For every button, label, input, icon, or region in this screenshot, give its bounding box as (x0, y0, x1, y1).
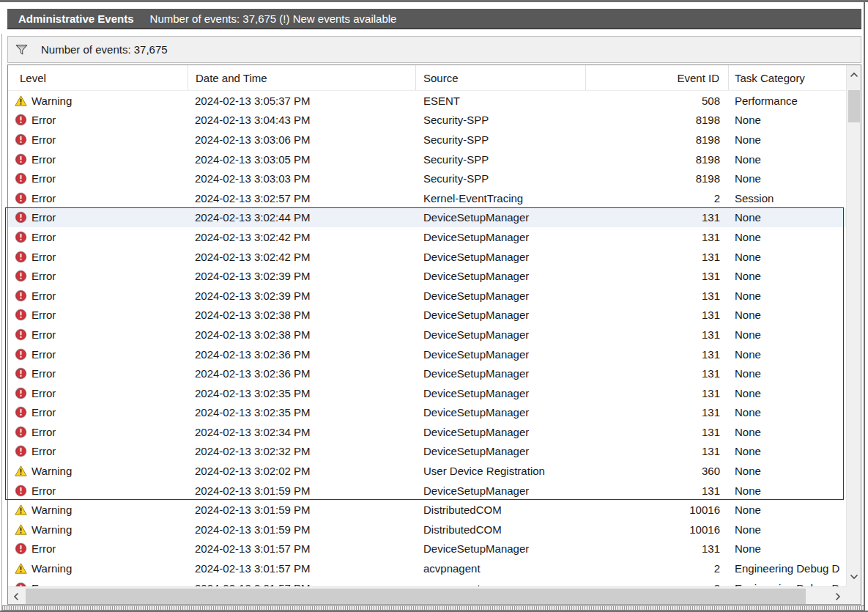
level-label: Error (31, 153, 56, 166)
table-row[interactable]: Error 2024-02-13 3:02:39 PM DeviceSetupM… (8, 266, 846, 286)
table-row[interactable]: Error 2024-02-13 3:02:57 PM Kernel-Event… (8, 188, 846, 208)
datetime-cell: 2024-02-13 3:02:39 PM (188, 266, 416, 286)
datetime-cell: 2024-02-13 3:03:05 PM (188, 150, 416, 169)
table-row[interactable]: Error 2024-02-13 3:02:38 PM DeviceSetupM… (8, 306, 846, 325)
scroll-up-button[interactable] (847, 65, 861, 84)
level-cell: Warning (8, 500, 188, 520)
error-icon (15, 153, 27, 166)
error-icon (15, 367, 27, 380)
events-table-pane: Level Date and Time Source Event ID Task… (7, 64, 861, 605)
task-category-cell: None (729, 344, 846, 364)
bottom-edge-texture (2, 605, 864, 611)
level-cell: Error (8, 325, 188, 344)
column-header-event-id[interactable]: Event ID (586, 65, 729, 90)
source-cell: Security-SPP (416, 130, 586, 150)
table-row[interactable]: Error 2024-02-13 3:02:42 PM DeviceSetupM… (8, 227, 846, 247)
error-icon (15, 309, 27, 321)
scroll-left-button[interactable] (8, 587, 24, 605)
level-cell: Warning (8, 558, 188, 578)
error-icon (15, 348, 27, 361)
chevron-right-icon (835, 592, 841, 601)
event-id-cell: 8198 (586, 169, 729, 188)
task-category-cell: None (729, 403, 846, 423)
chevron-down-icon (850, 574, 858, 580)
task-category-cell: None (729, 227, 846, 247)
table-row[interactable]: Warning 2024-02-13 3:01:59 PM Distribute… (8, 500, 846, 520)
event-id-cell: 2 (586, 558, 729, 578)
event-id-cell: 2 (586, 578, 729, 586)
datetime-cell: 2024-02-13 3:02:42 PM (188, 227, 416, 247)
level-label: Error (31, 270, 56, 282)
horizontal-scrollbar[interactable] (8, 586, 846, 605)
datetime-cell: 2024-02-13 3:01:57 PM (188, 539, 416, 559)
task-category-cell: Session (729, 188, 846, 208)
column-header-date-and-time[interactable]: Date and Time (188, 65, 416, 90)
title-bar: Administrative Events Number of events: … (7, 9, 861, 29)
table-row[interactable]: Error 2024-02-13 3:02:36 PM DeviceSetupM… (8, 344, 846, 364)
table-row[interactable]: Error 2024-02-13 3:03:05 PM Security-SPP… (8, 150, 846, 169)
scroll-right-button[interactable] (830, 587, 846, 605)
level-cell: Error (8, 344, 188, 364)
level-cell: Error (8, 247, 188, 267)
table-row[interactable]: Error 2024-02-13 3:04:43 PM Security-SPP… (8, 111, 846, 130)
table-row[interactable]: Error 2024-02-13 3:02:42 PM DeviceSetupM… (8, 247, 846, 267)
horizontal-scrollbar-thumb[interactable] (26, 589, 806, 604)
source-cell: Kernel-EventTracing (416, 188, 586, 208)
table-row[interactable]: Error 2024-02-13 3:02:44 PM DeviceSetupM… (8, 208, 846, 228)
table-row[interactable]: Error 2024-02-13 3:02:38 PM DeviceSetupM… (8, 325, 846, 344)
task-category-cell: None (729, 169, 846, 188)
table-row[interactable]: Error 2024-02-13 3:03:03 PM Security-SPP… (8, 169, 846, 188)
event-id-cell: 131 (586, 208, 729, 228)
column-header-level[interactable]: Level (8, 65, 188, 90)
task-category-cell: None (729, 208, 846, 228)
event-id-cell: 8198 (586, 130, 729, 150)
level-cell: Warning (8, 91, 188, 111)
pane-border-left (1, 34, 2, 611)
level-label: Warning (31, 562, 72, 575)
task-category-cell: None (729, 500, 846, 520)
level-cell: Error (8, 266, 188, 286)
table-row[interactable]: Error 2024-02-13 3:02:36 PM DeviceSetupM… (8, 364, 846, 383)
level-cell: Error (8, 169, 188, 188)
scroll-down-button[interactable] (847, 567, 861, 586)
datetime-cell: 2024-02-13 3:04:43 PM (188, 111, 416, 130)
table-row[interactable]: Error 2024-02-13 3:02:34 PM DeviceSetupM… (8, 422, 846, 442)
task-category-cell: None (729, 247, 846, 267)
table-row[interactable]: Error 2024-02-13 3:02:39 PM DeviceSetupM… (8, 286, 846, 306)
datetime-cell: 2024-02-13 3:02:02 PM (188, 461, 416, 481)
table-row[interactable]: Error 2024-02-13 3:03:06 PM Security-SPP… (8, 130, 846, 150)
vertical-scrollbar-thumb[interactable] (848, 90, 860, 122)
filter-funnel-icon (15, 43, 28, 56)
source-cell: DeviceSetupManager (416, 306, 586, 325)
level-label: Error (31, 406, 56, 419)
level-label: Error (31, 348, 56, 361)
table-row[interactable]: Error 2024-02-13 3:02:35 PM DeviceSetupM… (8, 383, 846, 403)
table-row[interactable]: Warning 2024-02-13 3:02:02 PM User Devic… (8, 461, 846, 481)
warning-icon (15, 523, 27, 536)
column-header-task-category[interactable]: Task Category (729, 65, 846, 90)
event-id-cell: 2 (586, 188, 729, 208)
datetime-cell: 2024-02-13 3:05:37 PM (188, 91, 416, 111)
window-border-top (0, 0, 868, 2)
table-row[interactable]: Error 2024-02-13 3:02:35 PM DeviceSetupM… (8, 403, 846, 423)
task-category-cell: Engineering Debug D (729, 578, 846, 586)
datetime-cell: 2024-02-13 3:03:06 PM (188, 130, 416, 150)
table-row[interactable]: Error 2024-02-13 3:01:59 PM DeviceSetupM… (8, 481, 846, 501)
error-icon (15, 133, 27, 146)
column-header-source[interactable]: Source (416, 65, 586, 90)
level-cell: Error (8, 150, 188, 169)
table-row[interactable]: Warning 2024-02-13 3:05:37 PM ESENT 508 … (8, 91, 846, 111)
datetime-cell: 2024-02-13 3:02:39 PM (188, 286, 416, 306)
table-row[interactable]: Warning 2024-02-13 3:01:57 PM acvpnagent… (8, 558, 846, 578)
event-id-cell: 8198 (586, 111, 729, 130)
table-row[interactable]: Warning 2024-02-13 3:01:59 PM Distribute… (8, 520, 846, 539)
vertical-scrollbar[interactable] (846, 65, 861, 586)
table-row[interactable]: Error 2024-02-13 3:01:57 PM acvpnagent 2… (8, 578, 846, 586)
table-row[interactable]: Error 2024-02-13 3:01:57 PM DeviceSetupM… (8, 539, 846, 559)
source-cell: User Device Registration (416, 461, 586, 481)
level-label: Warning (31, 465, 72, 477)
event-id-cell: 131 (586, 383, 729, 403)
table-row[interactable]: Error 2024-02-13 3:02:32 PM DeviceSetupM… (8, 442, 846, 462)
source-cell: Security-SPP (416, 111, 586, 130)
source-cell: DeviceSetupManager (416, 403, 586, 423)
